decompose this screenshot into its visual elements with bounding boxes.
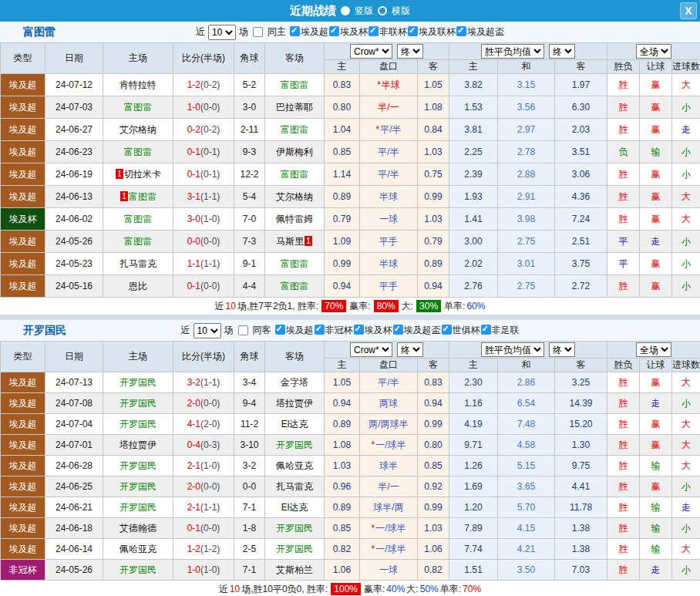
score: 3-1(1-1) — [173, 186, 234, 208]
league-checkbox-checked-icon[interactable] — [290, 26, 300, 36]
handicap-home-odds: 0.94 — [325, 393, 360, 414]
home-team: 艾尔格纳 — [103, 119, 173, 141]
handicap-away-odds: 0.94 — [418, 393, 449, 414]
team-name: 开罗国民 — [119, 377, 156, 388]
match-date: 24-07-01 — [45, 435, 103, 456]
odds-source-select[interactable]: Crow* — [350, 342, 392, 357]
match-date: 24-07-13 — [45, 372, 103, 393]
close-icon[interactable]: X — [680, 2, 697, 19]
fulltime-score: 0-1 — [187, 523, 200, 534]
match-date: 24-06-18 — [45, 518, 103, 539]
fulltime-score: 3-0 — [187, 214, 200, 224]
handicap-away-odds: 0.80 — [418, 435, 449, 456]
avg-home-odds: 4.19 — [449, 414, 498, 435]
score: 0-0(0-0) — [173, 231, 234, 253]
avg-away-odds: 2.72 — [555, 275, 607, 298]
col-type: 类型 — [1, 43, 45, 74]
league-checkbox-checked-icon[interactable] — [393, 325, 403, 335]
avg-home-odds: 1.53 — [449, 96, 498, 119]
avg-away-odds: 1.38 — [555, 539, 607, 560]
asterisk-mark: * — [375, 124, 379, 135]
handicap-away-odds: 1.05 — [418, 74, 449, 96]
result-goals: 大 — [672, 186, 700, 208]
match-type: 埃及超 — [1, 74, 45, 96]
corners: 7-3 — [234, 231, 265, 253]
home-team: 开罗国民 — [103, 414, 173, 435]
corners: 9-3 — [234, 141, 265, 163]
home-team: 恩比 — [103, 275, 173, 298]
avg-odds-select[interactable]: 胜平负均值 — [481, 342, 544, 357]
table-row: 埃及超24-06-18艾德翰德0-1(0-0)1-8开罗国民0.85*一/球半1… — [1, 518, 700, 539]
team-name: 扎马雷克 — [119, 258, 156, 269]
result-wdl: 胜 — [607, 119, 640, 141]
match-count-select[interactable]: 10 — [194, 323, 221, 338]
avg-odds-select[interactable]: 胜平负均值 — [481, 44, 544, 59]
corners: 11-2 — [234, 414, 265, 435]
result-wdl: 胜 — [607, 497, 640, 518]
vertical-layout-radio[interactable] — [341, 6, 350, 15]
league-checkbox-checked-icon[interactable] — [275, 325, 285, 335]
score: 2-1(1-1) — [173, 497, 234, 518]
fulltime-score: 1-0 — [187, 564, 200, 575]
result-wdl: 胜 — [607, 74, 640, 96]
odds-source-select[interactable]: Crow* — [350, 44, 392, 59]
match-count-select[interactable]: 10 — [208, 25, 236, 40]
avg-final-select[interactable]: 终 — [549, 342, 575, 357]
team-name: 开罗国民 — [119, 502, 156, 513]
league-checkbox-checked-icon[interactable] — [315, 325, 325, 335]
league-checkbox-checked-icon[interactable] — [369, 26, 379, 36]
team-name: 开罗国民 — [276, 544, 313, 554]
corners: 5-2 — [234, 74, 265, 96]
handicap-away-odds: 0.99 — [418, 414, 449, 435]
team-name: 富图雷 — [281, 124, 308, 135]
avg-away-odds: 3.25 — [555, 372, 607, 393]
result-wdl: 胜 — [607, 476, 640, 497]
handicap-away-odds: 1.03 — [418, 208, 449, 231]
result-goals: 小 — [672, 275, 700, 298]
home-team: 扎马雷克 — [103, 253, 173, 275]
avg-draw-odds: 3.01 — [498, 253, 555, 275]
odds-final-select[interactable]: 终 — [397, 342, 423, 357]
result-goals: 小 — [672, 96, 700, 119]
league-filter-label: 埃及超 — [286, 325, 314, 335]
scope-select[interactable]: 全场 — [636, 44, 671, 59]
avg-away-odds: 3.06 — [555, 163, 607, 186]
table-row: 非冠杯24-05-26开罗国民1-0(1-0)7-1艾斯柏兰1.06一球0.82… — [1, 560, 700, 581]
league-checkbox-checked-icon[interactable] — [481, 325, 491, 335]
league-checkbox-checked-icon[interactable] — [354, 325, 364, 335]
handicap-text: 平手 — [379, 281, 398, 291]
avg-away-odds: 15.20 — [555, 414, 607, 435]
games-label: 场 — [224, 324, 234, 337]
halftime-score: (1-1) — [200, 502, 220, 513]
recent-results-panel: 近期战绩 竖版 横版 X 富图雷 近 10 场 同主 埃及超埃及杯非联杯埃及联杯… — [0, 0, 700, 596]
match-type: 埃及超 — [1, 539, 45, 560]
avg-draw-odds: 4.58 — [498, 435, 555, 456]
result-handicap: 赢 — [640, 163, 672, 186]
result-wdl: 胜 — [607, 275, 640, 298]
fulltime-score: 1-1 — [187, 258, 200, 269]
team-name: 开罗国民 — [119, 564, 156, 575]
summary-text: 赢率: — [364, 583, 385, 596]
handicap-line: 平/半 — [360, 372, 418, 393]
league-checkbox-checked-icon[interactable] — [329, 26, 339, 36]
team-name: 富图雷 — [281, 281, 308, 291]
avg-home-odds: 1.41 — [449, 208, 498, 231]
section-away-team: 开罗国民 近 10 场 同客 埃及超非冠杯埃及杯埃及超盃世俱杯非足联 类型 日期… — [0, 320, 700, 596]
col-away: 客场 — [265, 342, 325, 372]
league-checkbox-checked-icon[interactable] — [456, 26, 466, 36]
away-team: 艾尔格纳 — [265, 186, 325, 208]
avg-final-select[interactable]: 终 — [549, 44, 575, 59]
same-venue-checkbox[interactable] — [253, 27, 263, 37]
score: 1-2(0-2) — [173, 74, 234, 96]
avg-draw-odds: 3.65 — [498, 476, 555, 497]
league-checkbox-checked-icon[interactable] — [442, 325, 452, 335]
league-checkbox-checked-icon[interactable] — [408, 26, 418, 36]
team-name: 佩哈亚克 — [276, 460, 313, 471]
home-team: 开罗国民 — [103, 497, 173, 518]
horizontal-layout-radio[interactable] — [378, 6, 387, 15]
scope-select[interactable]: 全场 — [636, 342, 671, 357]
league-filter-label: 埃及超盃 — [467, 26, 504, 37]
handicap-line: 平手 — [360, 275, 418, 298]
odds-final-select[interactable]: 终 — [397, 44, 423, 59]
same-venue-checkbox[interactable] — [238, 325, 248, 335]
